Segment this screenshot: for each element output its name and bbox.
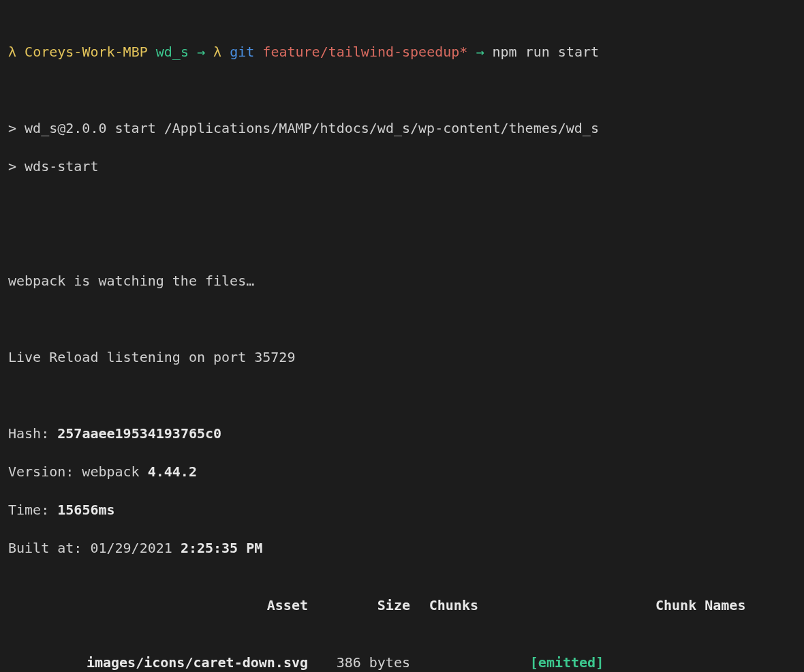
command-input[interactable]: npm run start bbox=[493, 44, 600, 60]
hostname: Coreys-Work-MBP bbox=[25, 44, 148, 60]
asset-size: 386 bytes bbox=[308, 653, 410, 672]
webpack-watching: webpack is watching the files… bbox=[8, 271, 796, 290]
time-line: Time: 15656ms bbox=[8, 500, 796, 519]
prompt-line: λ Coreys-Work-MBP wd_s → λ git feature/t… bbox=[8, 42, 796, 61]
asset-name: images/icons/caret-down.svg bbox=[8, 653, 308, 672]
terminal-window[interactable]: λ Coreys-Work-MBP wd_s → λ git feature/t… bbox=[0, 0, 804, 672]
git-branch: feature/tailwind-speedup* bbox=[262, 44, 467, 60]
hash-line: Hash: 257aaee19534193765c0 bbox=[8, 424, 796, 443]
arrow-icon-2: → bbox=[476, 44, 484, 60]
arrow-icon: → bbox=[197, 44, 205, 60]
built-line: Built at: 01/29/2021 2:25:35 PM bbox=[8, 538, 796, 558]
lambda-symbol: λ bbox=[8, 44, 16, 60]
git-label: git bbox=[230, 44, 254, 60]
cwd: wd_s bbox=[156, 44, 189, 60]
asset-row: images/icons/caret-down.svg386 bytes[emi… bbox=[8, 653, 796, 672]
npm-run-line-2: > wds-start bbox=[8, 157, 796, 176]
asset-table-body: images/icons/caret-down.svg386 bytes[emi… bbox=[8, 653, 796, 672]
lambda-symbol-2: λ bbox=[213, 44, 221, 60]
asset-status: [emitted] bbox=[478, 653, 649, 672]
asset-table-header: AssetSizeChunksChunk Names bbox=[8, 596, 796, 615]
version-line: Version: webpack 4.44.2 bbox=[8, 462, 796, 481]
npm-run-line-1: > wd_s@2.0.0 start /Applications/MAMP/ht… bbox=[8, 119, 796, 138]
live-reload-status: Live Reload listening on port 35729 bbox=[8, 348, 796, 367]
